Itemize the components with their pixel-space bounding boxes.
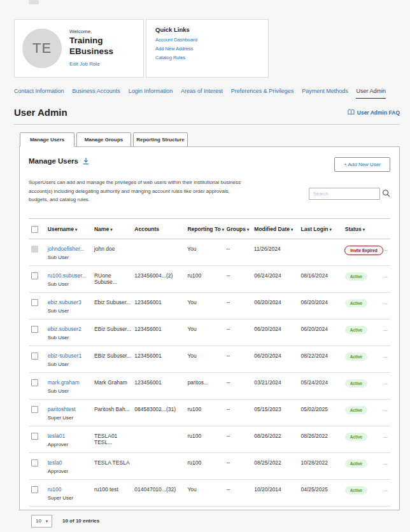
nav-item-payment-methods[interactable]: Payment Methods <box>302 88 348 98</box>
username-link[interactable]: ebiz.subuser2 <box>48 326 92 332</box>
welcome-label: Welcome, <box>69 29 113 34</box>
column-header-reporting-to[interactable]: Reporting To▾ <box>187 226 226 232</box>
manage-users-title: Manage Users <box>29 157 78 165</box>
select-all-checkbox[interactable] <box>31 226 38 233</box>
row-checkbox[interactable] <box>31 459 38 466</box>
modified-date-cell: 06/20/2024 <box>254 326 300 332</box>
nav-item-user-admin[interactable]: User Admin <box>356 88 386 99</box>
quick-links-title: Quick Links <box>155 26 259 33</box>
download-icon[interactable] <box>82 157 90 165</box>
tab-manage-users[interactable]: Manage Users <box>20 132 74 147</box>
column-header-name[interactable]: Name▾ <box>94 226 134 232</box>
row-checkbox[interactable] <box>31 379 38 386</box>
table-header-row: Username▾Name▾AccountsReporting To▾Group… <box>29 218 390 239</box>
quick-link-account-dashboard[interactable]: Account Dashboard <box>155 37 259 43</box>
name-cell: RUone Subuse... <box>94 272 134 285</box>
row-checkbox[interactable] <box>31 353 38 360</box>
sort-caret-icon: ▾ <box>222 227 224 232</box>
username-link[interactable]: ru100.subuser... <box>48 272 92 279</box>
nav-item-areas-of-interest[interactable]: Areas of Interest <box>181 88 223 98</box>
search-icon[interactable] <box>382 188 390 200</box>
table-row: ebiz.subuser2Sub UserEBiz Subuser...1234… <box>29 319 390 346</box>
username-link[interactable]: mark.graham <box>48 379 92 386</box>
column-header-last-login[interactable]: Last Login▾ <box>301 226 345 232</box>
tab-reporting-structure[interactable]: Reporting Structure <box>133 132 188 147</box>
quick-link-add-new-address[interactable]: Add New Address <box>155 46 259 52</box>
status-badge: Active <box>345 379 368 388</box>
table-row: mark.grahamSub UserMark Graham123456001p… <box>29 373 390 400</box>
table-row: paritoshtestSuper UserParitosh Bah...084… <box>29 400 390 426</box>
user-role-label: Super User <box>48 415 92 421</box>
groups-cell: -- <box>227 433 255 439</box>
row-actions-menu[interactable]: ... <box>380 433 390 439</box>
users-table: Username▾Name▾AccountsReporting To▾Group… <box>29 218 390 528</box>
last-login-cell: 08/22/2024 <box>300 353 344 359</box>
content-tabs: Manage UsersManage GroupsReporting Struc… <box>20 132 190 147</box>
username-link[interactable]: tesla01 <box>48 433 92 439</box>
status-badge: Invite Expired <box>344 246 383 255</box>
groups-cell: -- <box>227 406 255 412</box>
username-link[interactable]: tesla0 <box>48 459 92 466</box>
row-checkbox[interactable] <box>31 326 38 333</box>
row-actions-menu[interactable]: ... <box>380 326 390 332</box>
user-admin-faq-link[interactable]: User Admin FAQ <box>348 109 400 116</box>
column-header-username[interactable]: Username▾ <box>48 226 94 232</box>
status-badge: Active <box>345 406 368 414</box>
user-role-label: Approver <box>48 442 92 447</box>
row-checkbox[interactable] <box>31 406 38 413</box>
row-checkbox[interactable] <box>31 486 38 493</box>
page-title: User Admin <box>14 107 67 118</box>
row-checkbox[interactable] <box>31 299 38 306</box>
nav-item-login-information[interactable]: Login Information <box>129 88 173 98</box>
reporting-to-cell: paritos... <box>187 379 226 386</box>
row-actions-menu[interactable]: ... <box>380 459 390 466</box>
add-new-user-button[interactable]: + Add New User <box>334 157 390 172</box>
user-name-line2: EBusiness <box>69 46 113 57</box>
user-role-label: Sub User <box>48 361 92 367</box>
quick-link-catalog-rules[interactable]: Catalog Rules <box>155 55 259 60</box>
chevron-down-icon: ▾ <box>46 519 48 523</box>
row-actions-menu[interactable]: ... <box>380 246 390 252</box>
username-link[interactable]: paritoshtest <box>48 406 92 412</box>
page-size-select[interactable]: 10 ▾ <box>31 515 52 528</box>
status-badge: Active <box>345 486 368 494</box>
modified-date-cell: 03/21/2024 <box>254 379 300 386</box>
modified-date-cell: 06/20/2024 <box>254 299 300 305</box>
sort-caret-icon: ▾ <box>110 227 112 232</box>
nav-item-business-accounts[interactable]: Business Accounts <box>72 88 120 98</box>
column-header-accounts: Accounts <box>134 226 187 232</box>
user-name-line1: Training <box>69 36 113 46</box>
username-link[interactable]: ebiz.subuser3 <box>48 299 92 305</box>
groups-cell: -- <box>227 459 255 466</box>
reporting-to-cell: ru100 <box>187 406 226 412</box>
username-link[interactable]: johndoefisher... <box>48 246 92 252</box>
row-actions-menu[interactable]: ... <box>380 406 390 412</box>
edit-job-role-link[interactable]: Edit Job Role <box>69 61 100 67</box>
row-checkbox[interactable] <box>31 272 38 279</box>
row-actions-menu[interactable]: ... <box>380 353 390 359</box>
user-role-label: Sub User <box>48 308 92 314</box>
last-login-cell: 06/20/2024 <box>300 326 344 332</box>
groups-cell: -- <box>227 272 255 279</box>
username-link[interactable]: ru100 <box>48 486 92 493</box>
row-actions-menu[interactable]: ... <box>380 486 390 493</box>
nav-item-contact-information[interactable]: Contact Information <box>14 88 64 98</box>
row-actions-menu[interactable]: ... <box>380 299 390 305</box>
username-link[interactable]: ebiz-subuser1 <box>48 353 92 359</box>
tab-manage-groups[interactable]: Manage Groups <box>76 132 131 147</box>
title-divider <box>14 124 400 125</box>
last-login-cell: 08/16/2024 <box>300 272 344 279</box>
row-actions-menu[interactable]: ... <box>380 272 390 279</box>
groups-cell: -- <box>226 246 254 252</box>
nav-item-preferences-privileges[interactable]: Preferences & Privileges <box>231 88 294 98</box>
last-login-cell: 06/20/2024 <box>300 299 344 305</box>
row-checkbox[interactable] <box>31 433 38 440</box>
row-actions-menu[interactable]: ... <box>380 379 390 386</box>
column-header-modified-date[interactable]: Modified Date▾ <box>254 226 300 232</box>
search-input[interactable] <box>309 188 380 200</box>
user-role-label: Super User <box>48 495 92 501</box>
column-header-status[interactable]: Status▾ <box>345 226 380 232</box>
column-header-groups[interactable]: Groups▾ <box>227 226 255 232</box>
last-login-cell: 05/02/2025 <box>300 406 344 412</box>
groups-cell: -- <box>227 326 255 332</box>
